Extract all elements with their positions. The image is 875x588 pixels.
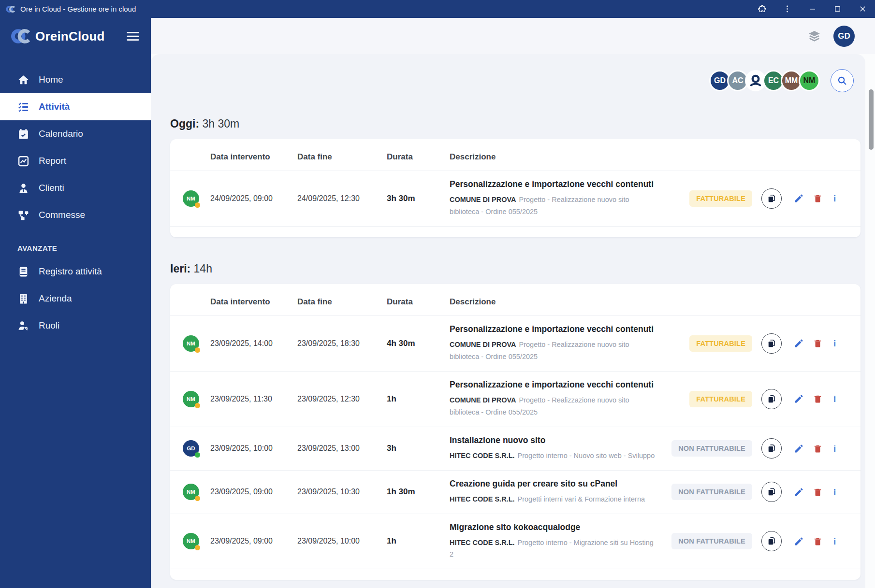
sidebar-item-calendario[interactable]: Calendario: [0, 120, 151, 147]
description-cell: Installazione nuovo sito HITEC CODE S.R.…: [450, 435, 663, 462]
info-button[interactable]: i: [831, 394, 838, 403]
duration: 1h 30m: [387, 487, 450, 497]
duration: 4h 30m: [387, 339, 450, 348]
brand-logo-icon: [11, 26, 31, 46]
duration: 1h: [387, 394, 450, 404]
brand: OreinCloud: [11, 26, 105, 46]
status-dot: [195, 347, 200, 353]
duplicate-button[interactable]: [761, 438, 782, 459]
info-button[interactable]: i: [831, 339, 838, 348]
edit-button[interactable]: [794, 193, 804, 203]
client-name: HITEC CODE S.R.L.: [450, 452, 515, 459]
minimize-button[interactable]: [800, 0, 825, 18]
delete-button[interactable]: [813, 338, 823, 348]
team-avatar-group: GDACECMMNM: [709, 70, 820, 91]
delete-button[interactable]: [813, 444, 823, 454]
day-label: Ieri:: [170, 262, 190, 275]
client-name: COMUNE DI PROVA: [450, 196, 516, 203]
browser-menu-button[interactable]: [774, 0, 800, 18]
trash-icon: [813, 487, 823, 497]
status-dot: [195, 403, 200, 408]
duplicate-button[interactable]: [761, 389, 782, 409]
edit-button[interactable]: [794, 444, 804, 454]
app-favicon: [6, 4, 15, 14]
current-user-avatar[interactable]: GD: [833, 26, 855, 47]
column-header: Descrizione: [450, 152, 663, 162]
sidebar: OreinCloud HomeAttivitàCalendarioReportC…: [0, 18, 151, 588]
sidebar-item-clienti[interactable]: Clienti: [0, 174, 151, 201]
close-button[interactable]: [850, 0, 875, 18]
activities-card: Data intervento Data fine Durata Descriz…: [170, 284, 860, 580]
info-button[interactable]: i: [831, 444, 838, 453]
close-icon: [858, 4, 867, 14]
start-datetime: 23/09/2025, 14:00: [210, 339, 297, 348]
billable-badge: NON FATTURABILE: [671, 440, 752, 457]
team-avatar-nm[interactable]: NM: [799, 70, 820, 91]
start-datetime: 23/09/2025, 10:00: [210, 444, 297, 453]
start-datetime: 23/09/2025, 09:00: [210, 488, 297, 496]
delete-button[interactable]: [813, 193, 823, 203]
table-row: NM 24/09/2025, 09:00 24/09/2025, 12:30 3…: [170, 171, 860, 227]
clients-icon: [17, 182, 29, 194]
edit-button[interactable]: [794, 536, 804, 546]
info-icon: i: [833, 444, 836, 453]
info-button[interactable]: i: [831, 537, 838, 546]
sidebar-item-azienda[interactable]: Azienda: [0, 285, 151, 312]
layers-icon: [808, 29, 821, 43]
duplicate-button[interactable]: [761, 531, 782, 551]
column-header: Data fine: [297, 297, 387, 307]
pencil-icon: [794, 487, 804, 497]
search-button[interactable]: [831, 69, 854, 92]
trash-icon: [813, 444, 823, 454]
billable-badge: FATTURABILE: [689, 335, 752, 352]
sidebar-item-label: Home: [39, 74, 63, 85]
roles-icon: [17, 320, 29, 332]
pencil-icon: [794, 394, 804, 404]
sidebar-item-ruoli[interactable]: Ruoli: [0, 312, 151, 339]
delete-button[interactable]: [813, 394, 823, 404]
info-icon: i: [833, 488, 836, 497]
building-icon: [17, 293, 29, 305]
activity-title: Personalizzazione e importazione vecchi …: [450, 179, 656, 189]
table-header: Data intervento Data fine Durata Descriz…: [170, 284, 860, 316]
end-datetime: 23/09/2025, 12:30: [297, 395, 387, 403]
edit-button[interactable]: [794, 394, 804, 404]
edit-button[interactable]: [794, 338, 804, 348]
sidebar-section-label: AVANZATE: [0, 244, 151, 258]
duplicate-button[interactable]: [761, 188, 782, 209]
duration: 1h: [387, 536, 450, 546]
activity-title: Personalizzazione e importazione vecchi …: [450, 324, 656, 334]
info-button[interactable]: i: [831, 194, 838, 203]
duplicate-button[interactable]: [761, 482, 782, 502]
status-dot: [195, 452, 200, 458]
copy-icon: [767, 194, 776, 203]
sidebar-item-home[interactable]: Home: [0, 66, 151, 93]
sidebar-item-report[interactable]: Report: [0, 147, 151, 174]
info-button[interactable]: i: [831, 488, 838, 497]
trash-icon: [813, 338, 823, 348]
column-header: Descrizione: [450, 297, 663, 307]
billable-badge: NON FATTURABILE: [671, 533, 752, 549]
delete-button[interactable]: [813, 536, 823, 546]
table-row: NM 23/09/2025, 14:00 23/09/2025, 18:30 4…: [170, 316, 860, 372]
sidebar-item-registro-attivita[interactable]: Registro attività: [0, 258, 151, 285]
scrollbar-thumb[interactable]: [869, 89, 874, 150]
sidebar-item-attivita[interactable]: Attività: [0, 93, 151, 120]
end-datetime: 23/09/2025, 18:30: [297, 339, 387, 348]
delete-button[interactable]: [813, 487, 823, 497]
sidebar-toggle-button[interactable]: [126, 29, 140, 43]
column-header: Data fine: [297, 152, 387, 162]
project-detail: Progetti interni vari & Formazione inter…: [518, 495, 645, 503]
trash-icon: [813, 394, 823, 404]
duplicate-button[interactable]: [761, 333, 782, 354]
edit-button[interactable]: [794, 487, 804, 497]
table-row: NM 23/09/2025, 11:30 23/09/2025, 12:30 1…: [170, 372, 860, 427]
sidebar-item-label: Clienti: [39, 183, 64, 193]
sidebar-item-commesse[interactable]: Commesse: [0, 201, 151, 229]
extensions-button[interactable]: [749, 0, 774, 18]
maximize-button[interactable]: [825, 0, 850, 18]
sidebar-item-label: Report: [39, 156, 66, 166]
layers-button[interactable]: [808, 29, 821, 43]
pencil-icon: [794, 338, 804, 348]
home-icon: [17, 74, 29, 86]
